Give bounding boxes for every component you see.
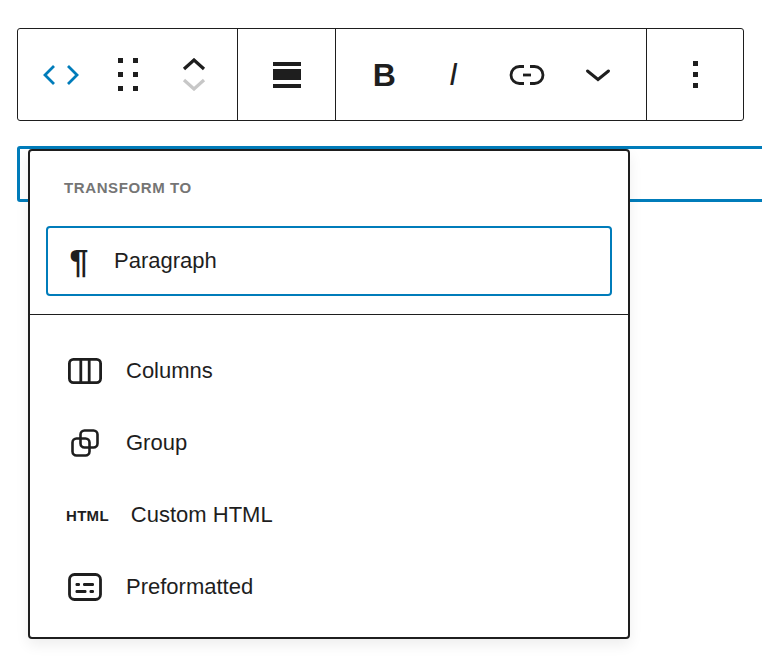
toolbar-group-align [237,29,335,120]
menu-item-label: Preformatted [126,574,253,600]
link-icon [508,63,546,87]
bold-button[interactable]: B [361,43,407,107]
italic-button[interactable]: I [432,43,478,107]
group-icon [66,429,104,457]
columns-icon [66,358,104,384]
align-none-icon [273,62,301,88]
transform-option-custom-html[interactable]: HTML Custom HTML [46,479,612,551]
block-switcher-popover: TRANSFORM TO ¶ Paragraph Columns [28,149,630,639]
ellipsis-vertical-icon [693,61,698,88]
code-block-type-button[interactable] [38,43,84,107]
drag-icon [118,58,138,91]
transform-option-preformatted[interactable]: Preformatted [46,551,612,623]
html-icon: HTML [66,507,109,524]
transform-option-group[interactable]: Group [46,407,612,479]
drag-handle[interactable] [105,43,151,107]
menu-item-label: Paragraph [114,248,217,274]
block-mover [171,43,217,107]
bold-icon: B [373,59,396,91]
code-icon [42,64,80,86]
more-formatting-button[interactable] [575,43,621,107]
options-button[interactable] [672,43,718,107]
toolbar-group-block [18,29,237,120]
chevron-up-icon [182,58,206,71]
chevron-down-icon [585,68,611,82]
menu-item-label: Columns [126,358,213,384]
transform-option-paragraph[interactable]: ¶ Paragraph [46,226,612,296]
align-button[interactable] [264,43,310,107]
menu-item-label: Custom HTML [131,502,273,528]
move-up-button[interactable] [182,58,206,71]
link-button[interactable] [504,43,550,107]
block-toolbar: B I [17,28,744,121]
toolbar-group-formatting: B I [335,29,646,120]
chevron-down-disabled-icon [182,78,206,91]
italic-icon: I [449,59,462,90]
menu-item-label: Group [126,430,187,456]
move-down-button[interactable] [182,78,206,91]
preformatted-icon [66,573,104,601]
paragraph-icon: ¶ [62,244,96,278]
transform-option-columns[interactable]: Columns [46,335,612,407]
toolbar-group-options [646,29,743,120]
transform-to-heading: TRANSFORM TO [64,179,612,196]
